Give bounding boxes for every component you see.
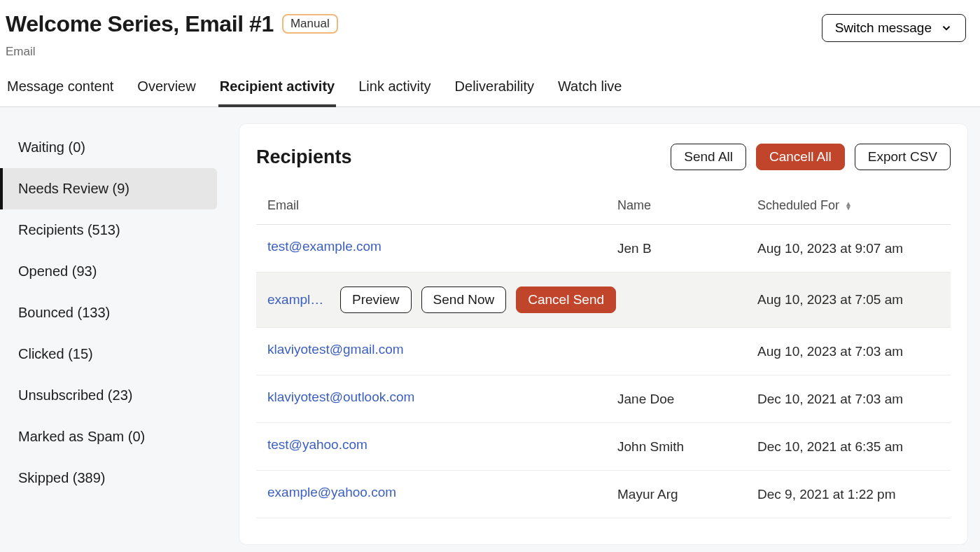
sidebar-item[interactable]: Marked as Spam (0): [0, 416, 230, 457]
recipients-table: Email Name Scheduled For ▲▼ test@example…: [256, 198, 951, 518]
sort-icon: ▲▼: [845, 202, 852, 210]
recipient-name: Jane Doe: [617, 392, 757, 407]
table-row: klaviyotest@outlook.comJane DoeDec 10, 2…: [256, 375, 951, 423]
page-title: Welcome Series, Email #1: [6, 11, 274, 37]
sidebar-item[interactable]: Recipients (513): [0, 209, 230, 251]
sidebar-item[interactable]: Needs Review (9): [0, 168, 217, 209]
sidebar-item[interactable]: Opened (93): [0, 251, 230, 292]
recipient-email-link[interactable]: example…: [267, 292, 330, 308]
sidebar-item[interactable]: Unsubscribed (23): [0, 375, 230, 416]
table-row: test@yahoo.comJohn SmithDec 10, 2021 at …: [256, 423, 951, 471]
tabs: Message contentOverviewRecipient activit…: [0, 71, 980, 107]
sidebar-item[interactable]: Waiting (0): [0, 127, 230, 168]
recipient-email-link[interactable]: test@yahoo.com: [267, 437, 368, 453]
table-row: klaviyotest@gmail.comAug 10, 2023 at 7:0…: [256, 328, 951, 375]
recipient-name: Jen B: [617, 241, 757, 256]
scheduled-for: Dec 10, 2021 at 7:03 am: [757, 392, 939, 407]
tab-recipient-activity[interactable]: Recipient activity: [218, 71, 337, 107]
recipient-email-link[interactable]: klaviyotest@outlook.com: [267, 389, 414, 405]
recipient-email-link[interactable]: klaviyotest@gmail.com: [267, 342, 404, 357]
table-header: Email Name Scheduled For ▲▼: [256, 198, 951, 225]
chevron-down-icon: [940, 22, 953, 34]
card-title: Recipients: [256, 146, 352, 168]
table-row: test@example.comJen BAug 10, 2023 at 9:0…: [256, 225, 951, 272]
switch-message-button[interactable]: Switch message: [822, 14, 966, 42]
scheduled-for: Aug 10, 2023 at 9:07 am: [757, 241, 939, 256]
preview-button[interactable]: Preview: [340, 287, 412, 313]
table-row: example…PreviewSend NowCancel SendAug 10…: [256, 272, 951, 328]
scheduled-for: Aug 10, 2023 at 7:03 am: [757, 344, 939, 359]
sidebar: Waiting (0)Needs Review (9)Recipients (5…: [0, 107, 230, 552]
col-scheduled-label: Scheduled For: [757, 198, 839, 213]
tab-watch-live[interactable]: Watch live: [556, 71, 624, 106]
scheduled-for: Dec 10, 2021 at 6:35 am: [757, 439, 939, 455]
tab-deliverability[interactable]: Deliverability: [454, 71, 536, 106]
recipients-card: Recipients Send All Cancell All Export C…: [239, 124, 967, 544]
export-csv-button[interactable]: Export CSV: [855, 144, 951, 170]
col-scheduled[interactable]: Scheduled For ▲▼: [757, 198, 939, 213]
scheduled-for: Aug 10, 2023 at 7:05 am: [757, 292, 939, 308]
scheduled-for: Dec 9, 2021 at 1:22 pm: [757, 487, 939, 502]
recipient-name: Mayur Arg: [617, 487, 757, 502]
col-email[interactable]: Email: [267, 198, 617, 213]
sidebar-item[interactable]: Clicked (15): [0, 333, 230, 375]
cancel-send-button[interactable]: Cancel Send: [516, 287, 616, 313]
status-badge: Manual: [282, 14, 338, 34]
send-all-button[interactable]: Send All: [671, 144, 746, 170]
cancel-all-button[interactable]: Cancell All: [756, 144, 845, 170]
tab-link-activity[interactable]: Link activity: [357, 71, 432, 106]
tab-message-content[interactable]: Message content: [6, 71, 115, 106]
send-now-button[interactable]: Send Now: [421, 287, 507, 313]
sidebar-item[interactable]: Bounced (133): [0, 292, 230, 333]
page-header: Welcome Series, Email #1 Manual Switch m…: [0, 0, 980, 59]
col-name[interactable]: Name: [617, 198, 757, 213]
sidebar-item[interactable]: Skipped (389): [0, 457, 230, 499]
tab-overview[interactable]: Overview: [136, 71, 197, 106]
page-subtitle: Email: [6, 45, 974, 59]
recipient-email-link[interactable]: test@example.com: [267, 239, 382, 254]
recipient-email-link[interactable]: example@yahoo.com: [267, 485, 396, 500]
switch-message-label: Switch message: [835, 20, 932, 36]
table-row: example@yahoo.comMayur ArgDec 9, 2021 at…: [256, 471, 951, 518]
recipient-name: John Smith: [617, 439, 757, 455]
